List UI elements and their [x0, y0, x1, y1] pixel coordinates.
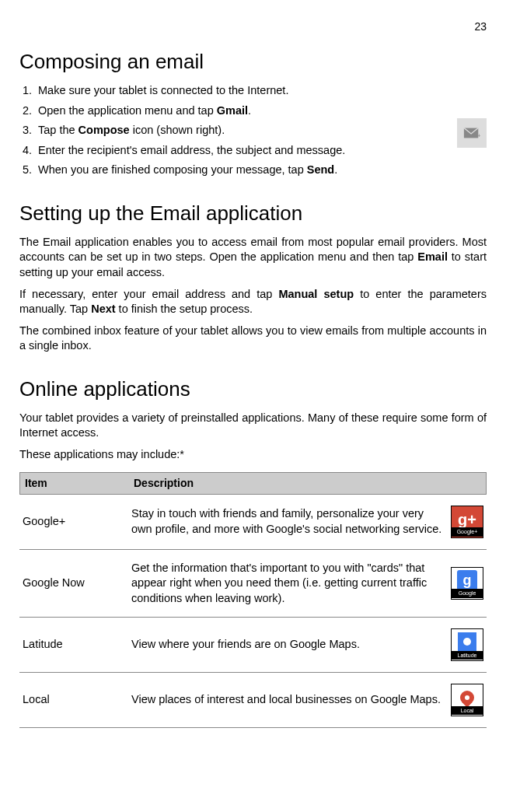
step-3: Tap the Compose icon (shown right). — [35, 123, 487, 138]
table-row: Google+ Stay in touch with friends and f… — [19, 495, 487, 550]
step-2: Open the application menu and tap Gmail. — [35, 103, 487, 119]
p2a: If necessary, enter your email address a… — [19, 288, 278, 300]
app-icon-container: Google+ — [451, 506, 483, 538]
heading-composing-email: Composing an email — [19, 48, 487, 75]
online-para-1: Your tablet provides a variety of preins… — [19, 411, 487, 441]
table-row: Local View places of interest and local … — [19, 673, 487, 728]
p2c: to finish the setup process. — [116, 303, 253, 315]
step-3-text: Tap the — [38, 124, 79, 136]
step-1: Make sure your tablet is connected to th… — [35, 83, 487, 99]
icon-label: Google+ — [452, 527, 483, 536]
app-item-label: Google Now — [23, 576, 131, 591]
icon-label: Google — [452, 589, 483, 597]
p2bold2: Next — [91, 303, 115, 315]
online-para-2: These applications may include:* — [19, 447, 487, 463]
app-item-label: Latitude — [23, 637, 131, 653]
p1bold: Email — [417, 250, 448, 263]
step-2-suffix: . — [248, 104, 251, 117]
compose-bold: Compose — [79, 124, 130, 136]
app-description: Get the information that's important to … — [131, 561, 451, 607]
latitude-icon: Latitude — [451, 628, 483, 661]
app-item-label: Local — [23, 692, 131, 708]
latitude-pin-glyph — [458, 632, 476, 651]
google-now-icon: g Google — [451, 567, 483, 600]
heading-setting-up-email: Setting up the Email application — [19, 200, 487, 227]
heading-online-applications: Online applications — [19, 376, 487, 403]
step-5-suffix: . — [334, 163, 337, 176]
step-5: When you are finished composing your mes… — [35, 163, 487, 178]
table-row: Google Now Get the information that's im… — [19, 550, 487, 618]
th-item: Item — [25, 476, 134, 491]
google-plus-icon: Google+ — [451, 506, 483, 538]
step-2-text: Open the application menu and tap — [38, 104, 217, 117]
app-description: Stay in touch with friends and family, p… — [131, 506, 451, 537]
gmail-bold: Gmail — [217, 104, 248, 117]
local-icon: Local — [451, 684, 483, 716]
steps-container: Make sure your tablet is connected to th… — [19, 83, 487, 178]
table-header: Item Description — [19, 472, 487, 495]
email-para-2: If necessary, enter your email address a… — [19, 287, 487, 317]
p1a: The Email application enables you to acc… — [19, 236, 487, 264]
email-para-1: The Email application enables you to acc… — [19, 235, 487, 281]
app-description: View places of interest and local busine… — [131, 692, 451, 708]
page-number: 23 — [19, 19, 487, 34]
email-para-3: The combined inbox feature of your table… — [19, 324, 487, 354]
app-icon-container: Latitude — [451, 628, 483, 661]
envelope-icon: + — [463, 127, 480, 139]
send-bold: Send — [307, 163, 334, 176]
p2bold1: Manual setup — [278, 288, 354, 300]
app-item-label: Google+ — [23, 514, 131, 530]
table-row: Latitude View where your friends are on … — [19, 618, 487, 673]
compose-icon: + — [457, 118, 487, 148]
icon-label: Local — [452, 706, 483, 715]
icon-label: Latitude — [452, 651, 483, 660]
local-pin-glyph — [457, 688, 476, 707]
step-5-text: When you are finished composing your mes… — [38, 163, 307, 176]
steps-list: Make sure your tablet is connected to th… — [19, 83, 487, 178]
th-description: Description — [134, 476, 481, 491]
app-icon-container: Local — [451, 684, 483, 716]
app-icon-container: g Google — [451, 567, 483, 600]
google-g-glyph: g — [457, 570, 477, 590]
svg-text:+: + — [477, 132, 480, 139]
step-4: Enter the recipient's email address, the… — [35, 143, 487, 159]
step-3-suffix: icon (shown right). — [130, 124, 225, 136]
app-description: View where your friends are on Google Ma… — [131, 637, 451, 653]
